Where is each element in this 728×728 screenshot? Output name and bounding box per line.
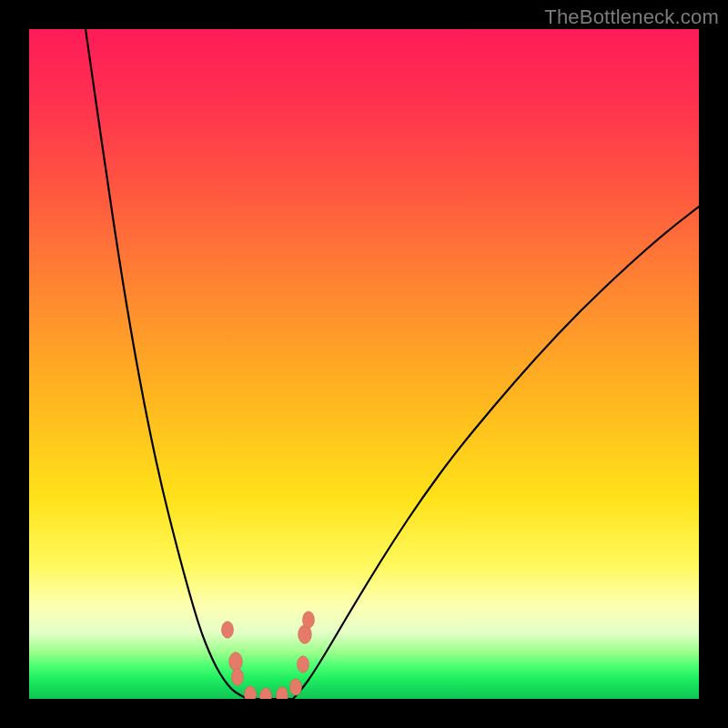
curve-left-branch: [86, 29, 248, 699]
plot-area: [29, 29, 699, 699]
data-point-1: [229, 652, 243, 672]
data-point-2: [231, 669, 243, 685]
data-point-5: [276, 687, 288, 699]
data-point-3: [244, 686, 256, 699]
dots-group: [221, 612, 314, 699]
data-point-9: [302, 612, 314, 628]
watermark-text: TheBottleneck.com: [544, 5, 719, 29]
curve-right-branch: [293, 207, 699, 699]
data-point-4: [259, 688, 271, 699]
chart-svg: [29, 29, 699, 699]
data-point-6: [289, 679, 301, 695]
data-point-7: [297, 656, 308, 672]
curve-group: [86, 29, 699, 699]
chart-frame: TheBottleneck.com: [0, 0, 728, 728]
data-point-0: [221, 622, 233, 638]
